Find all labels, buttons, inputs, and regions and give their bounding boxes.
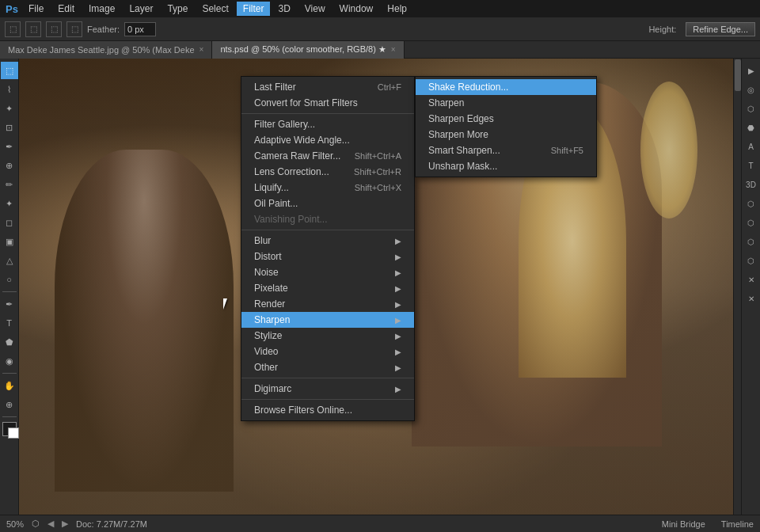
menu-help[interactable]: Help bbox=[381, 2, 413, 16]
filter-video[interactable]: Video ▶ bbox=[241, 344, 414, 359]
filter-noise[interactable]: Noise ▶ bbox=[241, 264, 414, 280]
panel-btn-x2[interactable]: ✕ bbox=[743, 290, 760, 307]
sharpen-sharpen[interactable]: Sharpen bbox=[416, 95, 596, 111]
tool-pen[interactable]: ✒ bbox=[1, 295, 18, 313]
tool-divider-2 bbox=[2, 373, 17, 374]
selection-tool-icon3: ⬚ bbox=[46, 21, 62, 37]
filter-lens-correction[interactable]: Lens Correction... Shift+Ctrl+R bbox=[241, 164, 414, 180]
tool-eyedropper[interactable]: ✒ bbox=[1, 138, 18, 155]
tab-1-label: Max Deke James Seattle.jpg @ 50% (Max De… bbox=[8, 45, 195, 55]
filter-adaptive-wide[interactable]: Adaptive Wide Angle... bbox=[241, 132, 414, 148]
menu-filter[interactable]: Filter bbox=[237, 2, 271, 16]
status-next-arrow[interactable]: ▶ bbox=[62, 519, 68, 529]
filter-convert-smart[interactable]: Convert for Smart Filters bbox=[241, 95, 414, 111]
filter-sharpen[interactable]: Sharpen ▶ bbox=[241, 312, 414, 328]
sharpen-smart[interactable]: Smart Sharpen... Shift+F5 bbox=[416, 142, 596, 158]
tool-path[interactable]: ⬟ bbox=[1, 333, 18, 351]
panel-btn-3d2[interactable]: 3D bbox=[743, 176, 760, 193]
sharpen-shake-reduction[interactable]: Shake Reduction... bbox=[416, 79, 596, 95]
selection-tool-icon2: ⬚ bbox=[25, 21, 41, 37]
tool-eraser[interactable]: ◻ bbox=[1, 214, 18, 231]
tool-wand[interactable]: ✦ bbox=[1, 100, 18, 117]
tab-1-close[interactable]: × bbox=[200, 45, 204, 54]
panel-btn-hex[interactable]: ⬡ bbox=[743, 100, 760, 117]
filter-liquify[interactable]: Liquify... Shift+Ctrl+X bbox=[241, 180, 414, 196]
background-color[interactable] bbox=[8, 428, 19, 439]
tool-shape[interactable]: ◉ bbox=[1, 352, 18, 370]
status-bar: 50% ⬡ ◀ ▶ Doc: 7.27M/7.27M Mini Bridge T… bbox=[0, 515, 760, 532]
filter-last-filter[interactable]: Last Filter Ctrl+F bbox=[241, 79, 414, 95]
sharpen-edges[interactable]: Sharpen Edges bbox=[416, 111, 596, 127]
tab-2[interactable]: nts.psd @ 50% (color smoother, RGB/8) ★ … bbox=[212, 41, 404, 59]
foreground-color[interactable] bbox=[2, 422, 17, 436]
menu-view[interactable]: View bbox=[298, 2, 332, 16]
panel-btn-x1[interactable]: ✕ bbox=[743, 271, 760, 288]
noise-arrow-icon: ▶ bbox=[395, 268, 401, 277]
filter-other[interactable]: Other ▶ bbox=[241, 359, 414, 375]
digimarc-label: Digimarc bbox=[254, 383, 291, 394]
menu-3d[interactable]: 3D bbox=[272, 2, 296, 16]
tool-gradient[interactable]: ▣ bbox=[1, 233, 18, 250]
feather-input[interactable] bbox=[124, 22, 156, 36]
filter-gallery-label: Filter Gallery... bbox=[254, 119, 315, 130]
liquify-label: Liquify... bbox=[254, 182, 289, 193]
tool-dodge[interactable]: ○ bbox=[1, 271, 18, 288]
panel-btn-circle[interactable]: ◎ bbox=[743, 81, 760, 98]
filter-distort[interactable]: Distort ▶ bbox=[241, 249, 414, 264]
menu-image[interactable]: Image bbox=[82, 2, 121, 16]
panel-btn-3d[interactable]: ⬣ bbox=[743, 119, 760, 136]
tool-lasso[interactable]: ⌇ bbox=[1, 81, 18, 98]
panel-btn-a[interactable]: A bbox=[743, 138, 760, 155]
camera-raw-shortcut: Shift+Ctrl+A bbox=[355, 151, 401, 161]
panel-btn-hex4[interactable]: ⬡ bbox=[743, 233, 760, 250]
tool-hand[interactable]: ✋ bbox=[1, 377, 18, 394]
panel-btn-hex5[interactable]: ⬡ bbox=[743, 252, 760, 269]
filter-gallery[interactable]: Filter Gallery... bbox=[241, 116, 414, 132]
panel-btn-play[interactable]: ▶ bbox=[743, 62, 760, 79]
refine-edge-button[interactable]: Refine Edge... bbox=[686, 22, 755, 36]
timeline-label[interactable]: Timeline bbox=[721, 519, 754, 529]
menu-file[interactable]: File bbox=[22, 2, 50, 16]
status-prev-arrow[interactable]: ◀ bbox=[48, 519, 54, 529]
filter-browse-online[interactable]: Browse Filters Online... bbox=[241, 402, 414, 418]
shake-reduction-label: Shake Reduction... bbox=[428, 82, 508, 93]
menu-layer[interactable]: Layer bbox=[123, 2, 159, 16]
filter-oil-paint[interactable]: Oil Paint... bbox=[241, 196, 414, 211]
filter-digimarc[interactable]: Digimarc ▶ bbox=[241, 381, 414, 397]
sharpen-unsharp-mask[interactable]: Unsharp Mask... bbox=[416, 158, 596, 174]
menu-type[interactable]: Type bbox=[161, 2, 194, 16]
sharpen-submenu: Shake Reduction... Sharpen Sharpen Edges… bbox=[415, 76, 597, 177]
app-logo: Ps bbox=[3, 0, 21, 17]
tool-blur[interactable]: △ bbox=[1, 252, 18, 269]
panel-btn-hex3[interactable]: ⬡ bbox=[743, 214, 760, 231]
digimarc-arrow-icon: ▶ bbox=[395, 385, 401, 393]
tool-crop[interactable]: ⊡ bbox=[1, 119, 18, 136]
panel-btn-hex2[interactable]: ⬡ bbox=[743, 195, 760, 212]
sharpen-more[interactable]: Sharpen More bbox=[416, 127, 596, 142]
tab-2-close[interactable]: × bbox=[391, 45, 396, 54]
filter-stylize[interactable]: Stylize ▶ bbox=[241, 328, 414, 344]
blur-arrow-icon: ▶ bbox=[395, 237, 401, 245]
mini-bridge-label[interactable]: Mini Bridge bbox=[662, 519, 705, 529]
menu-bar: Ps File Edit Image Layer Type Select Fil… bbox=[0, 0, 760, 17]
filter-pixelate[interactable]: Pixelate ▶ bbox=[241, 280, 414, 296]
tool-clone[interactable]: ✦ bbox=[1, 195, 18, 212]
menu-window[interactable]: Window bbox=[333, 2, 380, 16]
tool-heal[interactable]: ⊕ bbox=[1, 157, 18, 174]
menu-edit[interactable]: Edit bbox=[51, 2, 81, 16]
filter-camera-raw[interactable]: Camera Raw Filter... Shift+Ctrl+A bbox=[241, 148, 414, 164]
light-element bbox=[640, 82, 697, 218]
liquify-shortcut: Shift+Ctrl+X bbox=[355, 183, 401, 192]
tool-marquee[interactable]: ⬚ bbox=[1, 62, 18, 79]
tool-brush[interactable]: ✏ bbox=[1, 176, 18, 193]
filter-blur[interactable]: Blur ▶ bbox=[241, 233, 414, 249]
vertical-scrollbar[interactable] bbox=[733, 59, 741, 515]
filter-render[interactable]: Render ▶ bbox=[241, 296, 414, 312]
panel-btn-t[interactable]: T bbox=[743, 157, 760, 174]
tool-type[interactable]: T bbox=[1, 314, 18, 332]
filter-divider-3 bbox=[241, 378, 414, 378]
menu-select[interactable]: Select bbox=[196, 2, 234, 16]
tab-1[interactable]: Max Deke James Seattle.jpg @ 50% (Max De… bbox=[0, 41, 212, 59]
scrollbar-thumb-v[interactable] bbox=[735, 59, 741, 91]
tool-zoom[interactable]: ⊕ bbox=[1, 396, 18, 413]
